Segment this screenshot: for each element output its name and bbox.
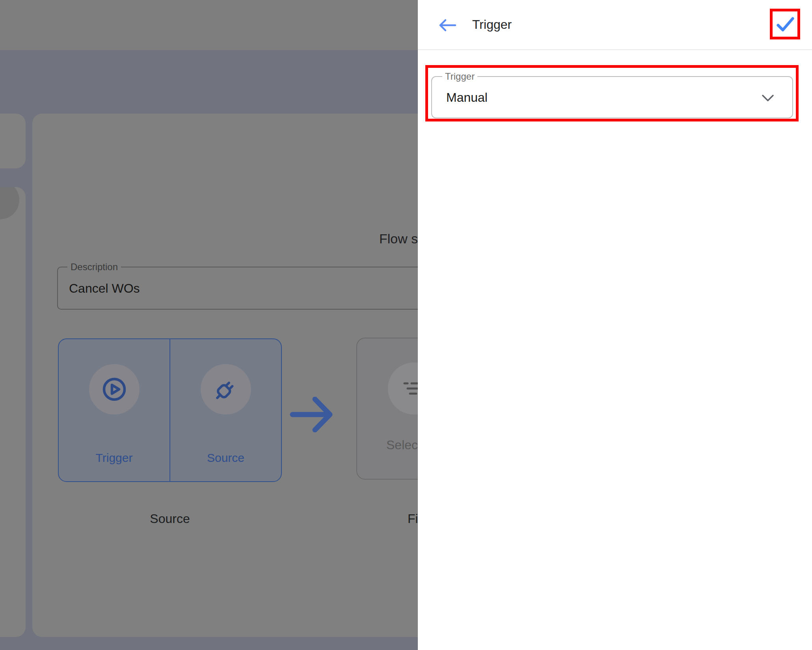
trigger-node-circle: [89, 364, 140, 415]
back-button[interactable]: [438, 18, 457, 33]
arrow-left-icon: [438, 18, 457, 33]
description-field-label: Description: [67, 261, 121, 273]
trigger-source-node-card[interactable]: Trigger Source: [58, 338, 282, 482]
drawer-header: Trigger: [418, 0, 812, 50]
sidebar-avatar: [0, 187, 19, 219]
source-node[interactable]: Source: [170, 339, 281, 481]
confirm-button[interactable]: [774, 13, 796, 35]
source-node-circle: [201, 364, 251, 415]
trigger-node[interactable]: Trigger: [59, 339, 170, 481]
plug-icon: [212, 375, 240, 403]
sidebar-top-card: [0, 114, 26, 168]
check-icon: [774, 13, 796, 35]
source-step-caption: Source: [58, 512, 282, 526]
trigger-select[interactable]: Trigger Manual: [431, 76, 793, 118]
description-field-value: Cancel WOs: [69, 281, 140, 296]
trigger-drawer-panel: Trigger Trigger Manual: [418, 0, 812, 650]
trigger-select-label: Trigger: [442, 71, 477, 82]
source-node-label: Source: [170, 451, 281, 465]
filter-select-placeholder: Select: [386, 438, 421, 452]
description-field[interactable]: Description Cancel WOs: [57, 267, 436, 310]
trigger-select-value: Manual: [446, 90, 488, 105]
arrow-right-icon: [290, 397, 334, 432]
play-circle-icon: [100, 375, 129, 403]
trigger-node-label: Trigger: [59, 451, 169, 465]
chevron-down-icon: [760, 93, 776, 103]
drawer-title: Trigger: [472, 17, 512, 32]
sidebar-nav-card: [0, 187, 26, 637]
